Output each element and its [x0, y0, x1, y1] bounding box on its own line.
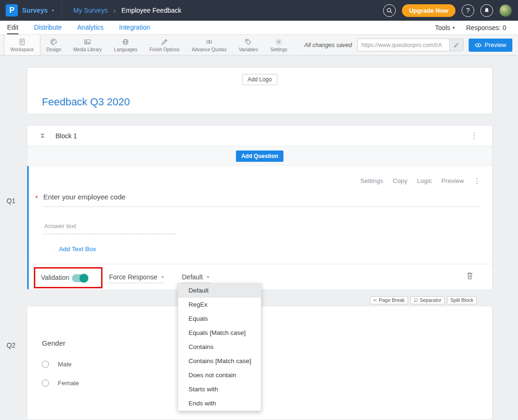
radio-icon[interactable] — [42, 361, 49, 368]
header-actions: Upgrade Now ? — [383, 4, 518, 17]
edit-toolbar: Workspace Design Media Library Languages… — [0, 35, 518, 55]
toolbar-item-workspace[interactable]: Workspace — [4, 35, 40, 55]
toolbar-item-label: Finish Options — [149, 47, 180, 52]
toolbar-item-label: Media Library — [73, 47, 102, 52]
question-1-text[interactable]: Enter your employee code — [43, 193, 126, 201]
breadcrumb-my-surveys[interactable]: My Surveys — [73, 7, 108, 14]
question-1-card: Settings Copy Logic Preview ⋮ * Enter yo… — [27, 166, 492, 289]
toolbar-right: All changes saved Preview — [304, 35, 518, 55]
add-text-box-link[interactable]: Add Text Box — [59, 246, 96, 253]
tab-integration[interactable]: Integration — [119, 21, 150, 34]
question-settings-link[interactable]: Settings — [360, 177, 383, 184]
menu-item-ends-with[interactable]: Ends with — [178, 396, 261, 411]
app-header: P Surveys ▾ My Surveys › Employee Feedba… — [0, 0, 518, 21]
menu-item-default[interactable]: Default — [178, 284, 261, 298]
page-break-button[interactable]: ✂Page Break — [370, 296, 408, 304]
toolbar-item-variables[interactable]: Variables — [233, 35, 264, 55]
tab-edit[interactable]: Edit — [7, 21, 18, 34]
radio-option-male[interactable]: Male — [42, 361, 71, 368]
save-status: All changes saved — [304, 42, 352, 48]
question-logic-link[interactable]: Logic — [417, 177, 432, 184]
responses-count[interactable]: Responses: 0 — [466, 24, 506, 32]
upgrade-now-button[interactable]: Upgrade Now — [402, 4, 455, 17]
collapse-block-button[interactable] — [39, 132, 46, 141]
block-card: Block 1 ⋮ Add Question Settings Copy Log… — [27, 125, 493, 289]
validation-toggle[interactable] — [72, 274, 88, 282]
nav-right: Tools▾ Responses: 0 — [435, 21, 511, 34]
survey-url-input[interactable] — [358, 39, 449, 51]
radio-option-female[interactable]: Female — [42, 380, 79, 387]
menu-item-does-not-contain[interactable]: Does not contain — [178, 368, 261, 382]
toolbar-item-design[interactable]: Design — [40, 35, 67, 55]
survey-editor-page: P Surveys ▾ My Surveys › Employee Feedba… — [0, 0, 518, 420]
add-question-button[interactable]: Add Question — [236, 151, 283, 162]
survey-nav: Edit Distribute Analytics Integration To… — [0, 21, 518, 35]
pencil-icon — [454, 42, 459, 48]
answer-field-underline — [43, 234, 176, 234]
menu-item-regex[interactable]: RegEx — [178, 298, 261, 312]
block-menu-button[interactable]: ⋮ — [470, 131, 478, 141]
help-button[interactable]: ? — [462, 4, 474, 17]
page-break-label: Page Break — [379, 297, 405, 303]
survey-title[interactable]: Feedback Q3 2020 — [42, 96, 130, 108]
preview-button[interactable]: Preview — [469, 39, 512, 52]
chevron-down-icon: ▾ — [162, 275, 164, 279]
breadcrumb-separator-icon: › — [113, 7, 116, 15]
menu-item-contains[interactable]: Contains — [178, 340, 261, 354]
media-library-icon — [84, 38, 91, 46]
advance-quotas-icon — [205, 38, 213, 46]
toolbar-item-finish-options[interactable]: Finish Options — [143, 35, 186, 55]
notifications-button[interactable] — [480, 4, 493, 17]
toolbar-item-advance-quotas[interactable]: Advance Quotas — [186, 35, 233, 55]
radio-option-label[interactable]: Female — [58, 380, 79, 387]
split-block-label: Split Block — [450, 297, 473, 303]
menu-item-contains-match-case[interactable]: Contains [Match case] — [178, 354, 261, 368]
search-button[interactable] — [383, 4, 396, 17]
add-logo-button[interactable]: Add Logo — [242, 74, 277, 85]
radio-icon[interactable] — [42, 380, 49, 387]
breadcrumb-current: Employee Feedback — [121, 7, 181, 14]
validation-type-menu: Default RegEx Equals Equals [Match case]… — [178, 283, 261, 411]
separator-icon: ☑ — [414, 298, 418, 303]
menu-item-equals-match-case[interactable]: Equals [Match case] — [178, 326, 261, 340]
page-break-icon: ✂ — [373, 298, 377, 303]
collapse-icon — [39, 133, 46, 139]
block-header: Block 1 ⋮ — [27, 126, 492, 146]
question-preview-link[interactable]: Preview — [441, 177, 464, 184]
toolbar-item-settings[interactable]: Settings — [264, 35, 293, 55]
question-actions: Settings Copy Logic Preview ⋮ — [360, 176, 481, 185]
toolbar-item-label: Advance Quotas — [192, 47, 227, 52]
menu-item-equals[interactable]: Equals — [178, 312, 261, 326]
force-response-label: Force Response — [109, 273, 157, 281]
question-menu-button[interactable]: ⋮ — [473, 176, 481, 185]
tab-analytics[interactable]: Analytics — [77, 21, 103, 34]
question-copy-link[interactable]: Copy — [392, 177, 408, 184]
block-title[interactable]: Block 1 — [55, 132, 77, 140]
question-2-text[interactable]: Gender — [42, 339, 65, 347]
toolbar-item-media-library[interactable]: Media Library — [67, 35, 108, 55]
finish-options-icon — [161, 38, 168, 46]
chevron-down-icon: ▾ — [453, 25, 455, 30]
toolbar-item-label: Settings — [270, 47, 287, 52]
answer-text-field[interactable]: Answer text — [44, 222, 76, 230]
tools-menu[interactable]: Tools▾ — [435, 24, 455, 32]
workspace-icon — [18, 38, 26, 46]
delete-question-button[interactable] — [466, 272, 473, 282]
radio-option-label[interactable]: Male — [58, 361, 71, 368]
tab-distribute[interactable]: Distribute — [34, 21, 62, 34]
search-icon — [386, 8, 392, 14]
toolbar-item-languages[interactable]: Languages — [108, 35, 144, 55]
menu-item-starts-with[interactable]: Starts with — [178, 382, 261, 396]
separator-button[interactable]: ☑Separator — [410, 296, 445, 304]
toolbar-item-label: Design — [47, 47, 61, 52]
split-block-button[interactable]: Split Block — [447, 296, 477, 304]
force-response-dropdown[interactable]: Force Response ▾ — [109, 273, 164, 283]
design-icon — [50, 38, 57, 46]
validation-type-dropdown[interactable]: Default ▾ — [182, 273, 209, 283]
product-switcher[interactable]: P Surveys ▾ — [0, 0, 62, 21]
question-text-underline — [43, 206, 479, 207]
trash-icon — [466, 272, 473, 280]
user-avatar[interactable] — [499, 4, 512, 17]
edit-url-button[interactable] — [449, 39, 463, 51]
validation-label: Validation — [41, 274, 69, 281]
